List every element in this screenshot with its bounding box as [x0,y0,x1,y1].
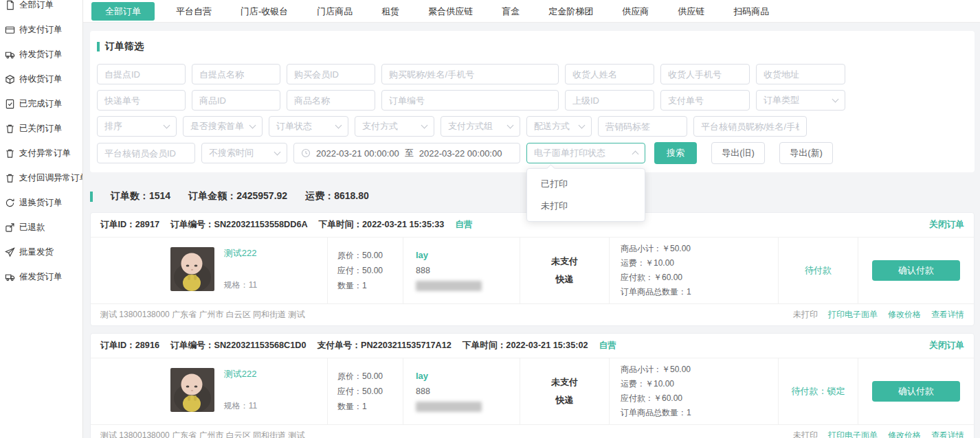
chevron-down-icon [579,122,586,129]
sidebar-item-all-orders[interactable]: 全部订单 [0,0,82,17]
price-column: 原价：50.00 应付：50.00 数量：1 [328,358,403,424]
confirm-payment-button[interactable]: 确认付款 [872,260,960,281]
tab-all-orders[interactable]: 全部订单 [91,2,155,21]
refresh-icon [5,198,15,208]
product-name-link[interactable]: 测试222 [224,247,257,260]
pickup-point-name-input[interactable] [192,64,280,84]
sidebar: 全部订单 待支付订单 待发货订单 待收货订单 已完成订单 已关闭订单 [0,0,83,438]
superior-id-input[interactable] [565,90,654,111]
product-name-link[interactable]: 测试222 [224,368,257,380]
original-price: 原价：50.00 [337,369,403,384]
doll-product-image [170,368,214,412]
tab-supplier[interactable]: 供应商 [608,0,663,23]
tab-supply-chain[interactable]: 供应链 [663,0,719,23]
tab-store-cashier[interactable]: 门店-收银台 [226,0,302,23]
tab-rental[interactable]: 租赁 [367,0,414,23]
chevron-down-icon [335,122,342,129]
buyer-member-id-input[interactable] [287,64,375,84]
product-spec: 规格：11 [224,400,257,412]
chevron-down-icon [421,122,428,129]
modify-price-link[interactable]: 修改价格 [888,309,921,321]
modify-price-link[interactable]: 修改价格 [888,430,921,438]
freight: 运费：￥10.00 [621,256,778,270]
export-old-button[interactable]: 导出(旧) [711,142,765,164]
order-admin-app: 全部订单 待支付订单 待发货订单 待收货订单 已完成订单 已关闭订单 [0,0,980,438]
order-status-select[interactable]: 订单状态 [269,116,348,137]
sidebar-item-batch-shipment[interactable]: 批量发货 [0,240,82,264]
chevron-down-icon [249,122,256,129]
tab-aggregated-supply-chain[interactable]: 聚合供应链 [414,0,487,23]
order-sn-input[interactable] [381,90,559,111]
payment-method-group-select[interactable]: 支付方式组 [441,116,520,137]
view-details-link[interactable]: 查看详情 [931,430,964,438]
close-order-link[interactable]: 关闭订单 [929,340,964,351]
buyer-phone-blurred [416,281,482,291]
tab-scan-code-goods[interactable]: 扫码商品 [719,0,783,23]
product-column: 测试222 规格：11 [91,358,328,424]
buyer-nickname-input[interactable] [381,64,559,84]
sidebar-item-pending-receipt[interactable]: 待收货订单 [0,67,82,91]
section-accent-bar [97,42,100,51]
search-button[interactable]: 搜索 [654,142,697,164]
sidebar-item-urge-shipment[interactable]: 催发货订单 [0,264,82,289]
platform-verifier-name-input[interactable] [693,116,807,137]
product-image[interactable] [170,368,214,412]
buyer-name: lay [416,371,520,381]
sidebar-item-completed-orders[interactable]: 已完成订单 [0,91,82,116]
chevron-down-icon [507,122,514,129]
consignee-phone-input[interactable] [660,64,750,84]
export-new-button[interactable]: 导出(新) [779,142,833,164]
close-order-link[interactable]: 关闭订单 [929,219,964,231]
order-time: 下单时间：2022-03-21 15:35:02 [463,340,588,351]
product-image[interactable] [170,247,214,291]
dropdown-option-unprinted[interactable]: 未打印 [527,195,645,217]
payment-method-select[interactable]: 支付方式 [355,116,434,137]
print-ewaybill-link[interactable]: 打印电子面单 [828,430,878,438]
product-name-input[interactable] [287,90,375,111]
sidebar-item-pending-payment[interactable]: 待支付订单 [0,17,82,42]
pickup-point-id-input[interactable] [97,64,186,84]
order-type-select[interactable]: 订单类型 [756,90,845,111]
sidebar-item-payment-callback-exception[interactable]: 支付回调异常订单 [0,165,82,190]
tab-store-goods[interactable]: 门店商品 [302,0,367,23]
order-card-body: 测试222 规格：11 原价：50.00 应付：50.00 数量：1 lay 8… [91,358,974,424]
first-order-select[interactable]: 是否搜索首单 [183,116,263,137]
tracking-number-input[interactable] [97,90,186,111]
consignee-address: 测试 13800138000 广东省 广州市 白云区 同和街道 测试 [100,430,304,438]
totals-column: 商品小计：￥50.00 运费：￥10.00 应付款：￥60.00 订单商品总数量… [610,358,779,424]
print-ewaybill-link[interactable]: 打印电子面单 [828,309,878,321]
sidebar-item-payment-exception[interactable]: 支付异常订单 [0,141,82,165]
self-operated-tag: 自营 [599,340,616,351]
marketing-code-tag-input[interactable] [598,116,687,137]
freight-total: 运费：8618.80 [305,190,369,203]
delivery-method: 快递 [556,391,574,409]
delivery-address-input[interactable] [756,64,845,84]
sidebar-item-closed-orders[interactable]: 已关闭订单 [0,116,82,141]
self-operated-tag: 自营 [455,219,472,231]
order-state-column: 待付款：锁定 [779,358,858,424]
tab-deposit-ladder-group[interactable]: 定金阶梯团 [534,0,608,23]
sidebar-item-return-exchange[interactable]: 退换货订单 [0,190,82,215]
payment-sn-input[interactable] [660,90,750,111]
ewaybill-print-status-select[interactable]: 电子面单打印状态 [526,143,645,163]
delivery-method-select[interactable]: 配送方式 [526,116,592,137]
clock-icon [301,148,311,158]
sidebar-item-label: 支付异常订单 [19,148,71,159]
view-details-link[interactable]: 查看详情 [931,309,964,321]
platform-verifier-member-id-input[interactable] [97,143,195,163]
date-range-picker[interactable]: 2022-03-21 00:00:00 至 2022-03-22 00:00:0… [293,143,520,163]
no-search-time-select[interactable]: 不搜索时间 [201,143,287,163]
tab-platform-self-operated[interactable]: 平台自营 [162,0,226,23]
product-id-input[interactable] [192,90,280,111]
delivery-method: 快递 [556,270,574,288]
product-info: 测试222 规格：11 [224,247,257,291]
dropdown-option-printed[interactable]: 已打印 [527,173,645,195]
amount-payable: 应付款：￥60.00 [621,391,778,406]
order-card: 订单ID：28917 订单编号：SN220321153558DD6A 下单时间：… [90,212,975,326]
sort-select[interactable]: 排序 [97,116,177,137]
sidebar-item-pending-shipment[interactable]: 待发货订单 [0,42,82,67]
confirm-payment-button[interactable]: 确认付款 [872,381,960,402]
consignee-name-input[interactable] [565,64,654,84]
tab-blind-box[interactable]: 盲盒 [487,0,534,23]
sidebar-item-refunded[interactable]: 已退款 [0,215,82,240]
